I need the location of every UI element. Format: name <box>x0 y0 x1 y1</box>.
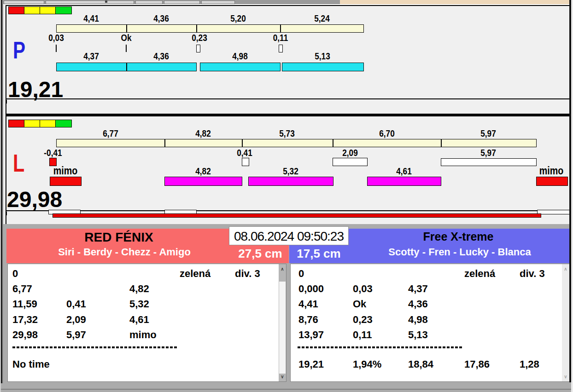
p-exchange-label: 0,03 <box>48 33 64 42</box>
team-left-category: 27,5 cm <box>238 248 282 259</box>
table-cell: zelená <box>464 269 495 279</box>
p-split-bar <box>200 63 281 71</box>
scroll-down-icon[interactable]: ∨ <box>562 375 569 379</box>
window-strip-segment <box>164 0 200 4</box>
l-fault-bar <box>536 177 568 186</box>
table-cell: 5,13 <box>408 330 428 340</box>
lane-p-total: 19,21 <box>8 79 63 101</box>
window-strip-caret <box>105 0 107 3</box>
scrollbar-thumb[interactable] <box>279 282 286 374</box>
l-bottom-split-label: 4,61 <box>396 166 412 176</box>
team-left-scrollbar[interactable]: ∧ ∨ <box>279 264 286 381</box>
table-separator <box>298 346 463 348</box>
p-track-line <box>6 98 570 99</box>
p-top-split-label: 4,41 <box>83 13 99 23</box>
status-box-red <box>8 6 24 14</box>
table-cell: 0 <box>12 269 18 279</box>
table-cell: 6,77 <box>12 284 32 294</box>
l-exchange-marker <box>242 158 249 166</box>
window-strip-segment <box>201 0 235 4</box>
table-cell: div. 3 <box>520 269 545 279</box>
table-cell: 5,32 <box>129 299 149 309</box>
l-exchange-marker <box>333 158 368 166</box>
team-left-members: Siri - Berdy - Chezz - Amigo <box>58 247 191 257</box>
status-box-yellow2 <box>40 6 56 14</box>
l-top-split-label: 5,97 <box>480 128 496 138</box>
l-bottom-split-label: 5,32 <box>283 166 298 176</box>
table-cell: 17,32 <box>12 315 38 325</box>
lane-l-total: 29,98 <box>7 189 62 211</box>
scroll-down-icon[interactable]: ∨ <box>279 375 286 379</box>
timing-app-window: { "colors": { "light_red": "#f40a0a", "l… <box>0 0 573 392</box>
status-box-yellow1 <box>24 120 40 127</box>
section-divider <box>6 114 570 116</box>
table-cell: 4,61 <box>129 315 149 325</box>
scoreboard-bottom-line <box>0 389 573 390</box>
l-exchange-label: 0,41 <box>237 148 252 157</box>
window-strip-segment <box>135 0 163 4</box>
p-top-split-label: 5,20 <box>230 13 246 23</box>
table-cell: 13,97 <box>298 330 324 340</box>
team-right-result-cell: 18,84 <box>408 359 433 369</box>
window-strip-segment <box>46 0 134 4</box>
l-track-marker <box>537 210 570 214</box>
status-box-yellow2 <box>40 120 56 127</box>
lane-p-letter: P <box>13 38 25 62</box>
team-right-result-cell: 17,86 <box>464 359 490 369</box>
table-cell: 11,59 <box>12 299 37 309</box>
l-top-split-label: 6,70 <box>379 128 395 138</box>
p-split-bar <box>282 63 364 71</box>
p-top-split-label: 4,36 <box>153 13 169 23</box>
table-cell: 8,76 <box>298 315 318 325</box>
table-cell: mimo <box>129 330 157 340</box>
table-separator <box>12 346 178 348</box>
table-cell: 4,41 <box>298 299 318 309</box>
table-cell: div. 3 <box>235 269 260 279</box>
lane-l-letter: L <box>13 151 24 175</box>
scroll-up-icon[interactable]: ∧ <box>279 267 286 271</box>
l-bottom-label-mimo: mimo <box>53 165 77 176</box>
table-cell: 0,000 <box>298 284 324 294</box>
l-split-bar <box>248 177 333 186</box>
status-box-green <box>55 120 72 127</box>
status-box-green <box>55 6 72 14</box>
team-right-members: Scotty - Fren - Lucky - Blanca <box>388 247 531 257</box>
p-bottom-split-label: 4,36 <box>153 51 169 61</box>
table-cell: 4,37 <box>408 284 428 294</box>
l-split-bar <box>164 177 242 186</box>
p-exchange-marker <box>196 45 200 52</box>
l-exchange-label: -0,41 <box>44 148 62 157</box>
l-fault-bar <box>50 177 82 186</box>
team-right-result-cell: 1,28 <box>520 359 539 369</box>
table-cell: 4,36 <box>408 299 428 309</box>
panel-left-border <box>6 5 6 224</box>
table-cell: 0,41 <box>66 299 86 309</box>
l-exchange-label: 2,09 <box>342 148 358 157</box>
window-right-edge-light <box>571 0 573 392</box>
table-cell: 4,98 <box>408 315 428 325</box>
team-left-name: RED FÉNIX <box>84 231 153 244</box>
p-split-bar <box>56 63 127 71</box>
l-bottom-label-mimo: mimo <box>539 165 563 176</box>
table-cell: Ok <box>353 299 366 309</box>
l-exchange-label: 5,97 <box>480 148 496 157</box>
team-right-name: Free X-treme <box>423 231 494 242</box>
table-cell: zelená <box>180 269 210 279</box>
p-exchange-label: 0,23 <box>192 33 207 42</box>
l-top-split-label: 6,77 <box>103 128 118 138</box>
team-left-result: No time <box>12 359 50 369</box>
l-progress-bar <box>53 213 541 218</box>
scroll-up-icon[interactable]: ∧ <box>562 267 569 271</box>
team-right-result-cell: 19,21 <box>298 359 324 369</box>
team-right-scrollbar[interactable]: ∧ ∨ <box>562 264 569 381</box>
l-bottom-split-label: 4,82 <box>195 166 211 176</box>
p-split-ruler <box>56 24 364 33</box>
table-cell: 5,97 <box>66 330 86 340</box>
table-cell: 0,11 <box>353 330 372 340</box>
team-right-category: 17,5 cm <box>297 248 340 259</box>
p-exchange-marker <box>279 45 283 52</box>
window-top-strip-peach <box>340 0 570 4</box>
p-exchange-label: Ok <box>121 33 132 42</box>
p-split-bar <box>127 63 197 71</box>
table-cell: 0 <box>298 269 304 279</box>
